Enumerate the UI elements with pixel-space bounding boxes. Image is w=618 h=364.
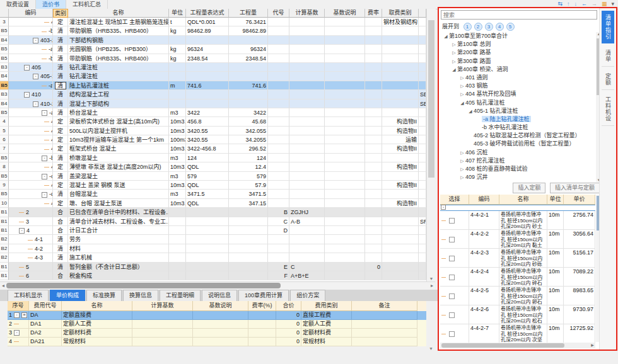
fee-row[interactable]: 4DA21常规材料0常规材料: [8, 338, 426, 346]
scroll-right-icon[interactable]: ▸: [429, 282, 435, 289]
collapse-icon[interactable]: -: [24, 65, 30, 71]
collapsed-icon[interactable]: ▷: [459, 165, 465, 173]
table-row[interactable]: B5--a清桥台混凝土m334223422: [0, 108, 426, 117]
table-row[interactable]: B3-410清结构混凝土工程SB: [0, 90, 426, 99]
tree-item[interactable]: ▷第300章 路面: [440, 57, 595, 65]
column-header-blank[interactable]: [0, 9, 9, 18]
column-header-合价[interactable]: 合价: [276, 301, 301, 311]
tree-item[interactable]: 405-3 破坏荷载试验用桩（暂定工程量）: [440, 140, 595, 148]
tab-标准换算[interactable]: 标准换算: [86, 290, 122, 301]
column-header-备注[interactable]: 备注: [352, 301, 417, 311]
tree-item[interactable]: -a 陆上钻孔灌注桩: [440, 115, 595, 123]
expand-level-1-button[interactable]: 1: [464, 23, 472, 31]
side-tab-定额[interactable]: 定额: [602, 69, 614, 90]
grid-vertical-scrollbar[interactable]: ▼: [426, 9, 436, 282]
column-header-名称[interactable]: 名称: [68, 9, 169, 18]
column-header-编码[interactable]: 编码: [469, 195, 499, 205]
table-row[interactable]: B5-a清陆上钻孔灌注桩m741.6741.6: [0, 81, 426, 90]
tab-100章费用计算[interactable]: 100章费用计算: [238, 290, 289, 301]
column-header-取费类别[interactable]: 取费类别: [382, 9, 419, 18]
column-header-编码[interactable]: 编码: [9, 9, 53, 18]
tree-item[interactable]: ▷409 沉井: [440, 173, 595, 181]
tree-item[interactable]: ▷第200章 路基: [440, 48, 595, 57]
column-header-名称[interactable]: 名称: [62, 301, 132, 311]
tree-item[interactable]: ◢第100章至第700章合计: [440, 32, 595, 40]
tab-取费设置[interactable]: 取费设置: [0, 0, 36, 9]
collapse-icon[interactable]: -: [33, 74, 38, 79]
table-row[interactable]: 104-6-3-2定墩、台帽 混凝土泵送10m3…QDL347.15构造物II: [0, 199, 426, 208]
table-row[interactable]: B16合税金构成FA+B+E: [0, 271, 426, 280]
collapsed-icon[interactable]: ▷: [459, 157, 465, 165]
expand-level-2-button[interactable]: 2: [474, 23, 482, 31]
side-tab-清单[interactable]: 清单: [602, 46, 614, 67]
table-row[interactable]: 64-11…定10m3搅拌运输车运混凝土 第一个1km100m33420.553…: [0, 135, 426, 144]
tab-工料机汇总[interactable]: 工料机汇总: [66, 0, 108, 9]
display-settings-icon[interactable]: ▦: [602, 1, 607, 7]
column-header-代号[interactable]: 代号: [268, 9, 289, 18]
table-row[interactable]: 44-6-2-4定梁板桥实体式桥台 混凝土(高10m内)10m3…456.845…: [0, 117, 426, 126]
tab-说明信息[interactable]: 说明信息: [202, 290, 237, 301]
move-up-icon[interactable]: ↑: [567, 1, 570, 7]
column-header-工程量表达式[interactable]: 工程量表达式: [186, 9, 229, 18]
fee-row[interactable]: 2DA1定额人工费0定额人工费: [8, 320, 426, 329]
column-header-费率(%)[interactable]: 费率(%): [248, 301, 276, 311]
table-row[interactable]: 74-6-…定框架式桥台 混凝土10m3…3422-456.8296.52构造物…: [0, 144, 426, 153]
table-row[interactable]: B15清暂列金额（不含计日工总额）EC0: [0, 263, 426, 271]
insert-list-and-quota-button[interactable]: 插入清单与定额: [550, 183, 600, 193]
table-row[interactable]: B5--d清台帽混凝土m33471.53471.5: [0, 190, 426, 198]
quota-horizontal-scrollbar[interactable]: ▶: [440, 343, 595, 348]
table-row[interactable]: B5--c清盖梁混凝土m3579579: [0, 172, 426, 181]
column-header-选择[interactable]: 选择: [440, 195, 469, 205]
column-header-blank[interactable]: [419, 9, 426, 18]
quota-row[interactable]: 4-4-2-6卷扬机带冲击锤冲孔 桩径150cm以内 孔深20m以内 松石10m…: [440, 305, 595, 324]
tree-item[interactable]: ▷408 桩的垂直静荷载试验: [440, 165, 595, 173]
collapsed-icon[interactable]: ▷: [451, 57, 457, 65]
column-header-费率[interactable]: 费率: [365, 9, 382, 18]
grid-vscroll-thumb[interactable]: [428, 20, 434, 178]
table-row[interactable]: B4-410-2清混凝土下部结构SB: [0, 100, 426, 108]
side-tab-清单指引[interactable]: 清单指引: [602, 11, 614, 43]
table-row[interactable]: 84-6-…定薄壁墩 非泵送 混凝土(高度20m以内)10m3…QDL12.4构…: [0, 162, 426, 171]
column-header-单位[interactable]: 单位: [547, 195, 564, 205]
collapsed-icon[interactable]: ▷: [451, 48, 457, 57]
table-row[interactable]: B5-b清带肋钢筋（HRB335、HRB400）kg98462.8998462.…: [0, 26, 426, 35]
dropdown-caret-icon[interactable]: ▾: [611, 1, 614, 7]
insert-quota-button[interactable]: 插入定额: [513, 183, 545, 193]
tree-item[interactable]: ◢第400章 桥梁、涵洞: [440, 65, 595, 74]
quota-row[interactable]: 4-4-2-5卷扬机带冲击锤冲孔 桩径150cm以内 孔深20m以内 卵石10m…: [440, 287, 595, 305]
collapsed-icon[interactable]: ▷: [459, 74, 465, 82]
category-editor[interactable]: 清: [55, 82, 66, 89]
column-header-工程量[interactable]: 工程量: [229, 9, 268, 18]
collapse-icon[interactable]: -: [19, 228, 25, 234]
tree-item[interactable]: ◢405 钻孔灌注桩: [440, 99, 595, 107]
tree-item[interactable]: ▷第100章 总则: [440, 40, 595, 48]
table-row[interactable]: B13合清单合计减去材料、工程设备、专业工…CA-BSR: [0, 217, 426, 226]
quota-row[interactable]: 4-4-2-1卷扬机带冲击锤冲孔 桩径150cm以内 孔深20m以内 砂土10m…: [440, 211, 595, 230]
table-row[interactable]: B5-b清带肋钢筋（HRB335、HRB400）kg2348.542348.54: [0, 54, 426, 63]
table-row[interactable]: B12合已包含在清单合计中的材料、工程设备…BZGJHJ: [0, 208, 426, 217]
table-row[interactable]: B4-403-2清下部结构钢筋: [0, 36, 426, 45]
table-row[interactable]: B3-405清钻孔灌注桩: [0, 63, 426, 72]
tree-item[interactable]: ◢405-1 钻孔灌注桩: [440, 107, 595, 115]
collapse-icon[interactable]: -: [14, 312, 20, 318]
search-input[interactable]: [441, 10, 597, 20]
expand-level-3-button[interactable]: 3: [485, 23, 493, 31]
move-down-icon[interactable]: ↓: [574, 1, 577, 7]
column-header-单价[interactable]: 单价: [564, 195, 595, 205]
collapsed-icon[interactable]: ▷: [459, 149, 465, 157]
collapse-icon[interactable]: -: [42, 156, 47, 161]
collapsed-icon[interactable]: ▷: [451, 40, 457, 48]
grid-hscroll-thumb[interactable]: [6, 283, 281, 288]
quota-hscroll-thumb[interactable]: [441, 343, 564, 348]
collapsed-icon[interactable]: ▷: [459, 82, 465, 90]
collapse-icon[interactable]: -: [33, 101, 38, 107]
expanded-icon[interactable]: ◢: [451, 65, 457, 74]
tree-item[interactable]: ▷406 沉桩: [440, 149, 595, 157]
quota-row[interactable]: 4-4-2-2卷扬机带冲击锤冲孔 桩径150cm以内 孔深20m以内 黏土10m…: [440, 230, 595, 249]
checkbox[interactable]: [449, 256, 455, 261]
column-header-基数说明[interactable]: 基数说明: [325, 9, 365, 18]
quota-row[interactable]: 4-4-2-4卷扬机带冲击锤冲孔 桩径150cm以内 孔深20m以内 碎石10m…: [440, 268, 595, 287]
scroll-left-icon[interactable]: ◂: [0, 282, 6, 289]
quota-row[interactable]: 4-4-2-7卷扬机带冲击锤冲孔 桩径150cm以内 孔深20m以内 次坚石10…: [440, 324, 595, 343]
collapse-icon[interactable]: -: [42, 110, 47, 116]
